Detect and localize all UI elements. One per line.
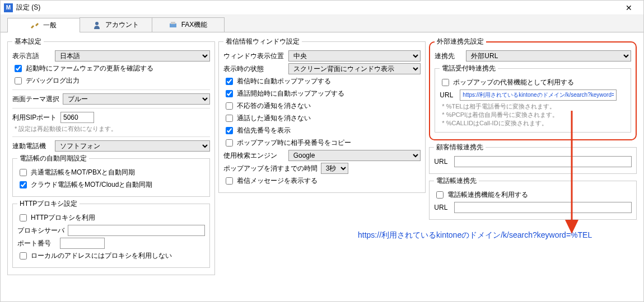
show-msg-checkbox[interactable] [226,177,233,185]
svg-rect-1 [170,23,176,27]
show-dialed-checkbox[interactable] [226,127,233,134]
keep-noanswer-label: 不応答の通知を消さない [237,101,311,111]
proxy-port-input[interactable] [60,238,105,249]
search-select[interactable]: Google [288,150,421,161]
dest-label: 連携先 [435,51,463,61]
dest-select[interactable]: 外部URL [466,50,631,62]
popup-alt-label: ポップアップの代替機能として利用する [453,78,574,87]
theme-select[interactable]: ブルー [63,93,210,105]
proxy-group: HTTPプロキシ設定 HTTPプロキシを利用 プロキシサーバ ポート番号 [12,199,210,268]
proxy-nolocal-label: ローカルのアドレスにはプロキシを利用しない [31,251,172,261]
hint-tel: * %TELは相手電話番号に変換されます。 [442,102,626,111]
proxy-use-checkbox[interactable] [20,214,27,221]
sip-input[interactable] [60,112,94,123]
autopopup-incoming-checkbox[interactable] [226,78,233,85]
tab-account[interactable]: アカウント [80,17,152,32]
tab-label: FAX機能 [181,20,208,30]
window-title: 設定 (S) [16,3,618,12]
url-label: URL [434,158,451,166]
incoming-group: 着信情報ウィンドウ設定 ウィンドウ表示位置 中央 表示時の状態 スクリーン背面に… [218,37,426,193]
pos-label: ウィンドウ表示位置 [223,51,285,61]
hint-pcpi: * %PCPIは着信自局番号に変換されます。 [442,111,626,119]
tel-url-input[interactable] [460,89,617,101]
show-msg-label: 着信メッセージを表示する [237,176,318,186]
autosync-group: 電話帳の自動同期設定 共通電話帳をMOT/PBXと自動同期 クラウド電話帳をMO… [12,154,210,197]
proxy-port-label: ポート番号 [17,239,57,248]
book-url-input[interactable] [454,202,632,213]
theme-label: 画面テーマ選択 [12,95,59,104]
user-icon [93,21,101,29]
proxy-server-input[interactable] [68,225,205,236]
proxy-use-label: HTTPプロキシを利用 [31,213,95,223]
debuglog-label: デバッグログ出力 [26,76,80,86]
group-legend: 電話帳連携先 [434,176,479,186]
tab-label: 一般 [43,21,57,30]
tab-label: アカウント [105,20,139,30]
state-label: 表示時の状態 [223,64,285,74]
content: 基本設定 表示言語 日本語 起動時にファームウェアの更新を確認する デバッグログ… [1,32,643,280]
fax-icon [169,21,177,29]
tab-general[interactable]: 一般 [7,18,80,32]
book-dest-group: 電話帳連携先 電話帳連携機能を利用する URL [429,176,637,220]
keep-noanswer-checkbox[interactable] [226,102,233,110]
lang-select[interactable]: 日本語 [55,50,210,62]
keep-talked-checkbox[interactable] [226,115,233,122]
copy-caller-checkbox[interactable] [226,139,233,147]
group-legend: HTTPプロキシ設定 [17,199,80,209]
customer-dest-group: 顧客情報連携先 URL [429,143,637,174]
basic-settings-group: 基本設定 表示言語 日本語 起動時にファームウェアの更新を確認する デバッグログ… [7,37,215,275]
tab-bar: 一般 アカウント FAX機能 [1,15,643,32]
sync-cloud-label: クラウド電話帳をMOT/Cloudと自動同期 [31,180,152,190]
app-icon: M [4,3,13,12]
pos-select[interactable]: 中央 [288,50,421,62]
keep-talked-label: 通話した通知を消さない [237,114,311,123]
search-label: 使用検索エンジン [223,151,285,161]
sip-label: 利用SIPポート [12,113,57,122]
svg-rect-2 [171,22,175,24]
book-use-checkbox[interactable] [436,191,444,199]
firmware-label: 起動時にファームウェアの更新を確認する [26,64,153,73]
group-legend: 顧客情報連携先 [434,143,486,152]
hint-callid: * %CALLIDはCall-IDに変換されます。 [442,119,626,128]
group-legend: 外部連携先設定 [435,37,486,46]
annotation-url: https://利用されているkintoneのドメイン/k/search?key… [358,230,592,240]
settings-window: M 設定 (S) ✕ 一般 アカウント FAX機能 [0,0,644,302]
phone-label: 連動電話機 [12,141,52,151]
group-legend: 着信情報ウィンドウ設定 [223,37,302,46]
url-label: URL [434,204,451,211]
tel-dest-group: 電話受付時連携先 ポップアップの代替機能として利用する URL * %TELは相… [435,64,631,133]
group-legend: 電話帳の自動同期設定 [17,154,89,163]
svg-point-0 [95,22,99,25]
sync-mot-label: 共通電話帳をMOT/PBXと自動同期 [31,168,135,177]
cust-url-input[interactable] [454,156,632,167]
proxy-server-label: プロキシサーバ [17,226,64,235]
sip-hint: * 設定は再起動後に有効になります。 [15,125,210,133]
tools-icon [31,22,39,30]
sync-cloud-checkbox[interactable] [20,181,27,188]
phone-select[interactable]: ソフトフォン [55,140,210,152]
tab-fax[interactable]: FAX機能 [152,17,225,32]
book-use-label: 電話帳連携機能を利用する [447,190,528,200]
proxy-nolocal-checkbox[interactable] [20,252,27,259]
group-legend: 電話受付時連携先 [440,64,498,73]
url-label: URL [440,91,456,99]
autopopup-call-label: 通話開始時に自動ポップアップする [237,89,344,98]
firmware-checkbox[interactable] [15,65,22,72]
close-icon[interactable]: ✕ [618,3,640,12]
external-link-group: 外部連携先設定 連携先 外部URL 電話受付時連携先 ポップアップの代替機能とし… [429,37,637,140]
titlebar: M 設定 (S) ✕ [1,1,643,15]
popup-time-label: ポップアップを消すまでの時間 [223,164,318,173]
show-dialed-label: 着信先番号を表示 [237,126,291,135]
sync-mot-checkbox[interactable] [20,169,27,176]
popup-time-select[interactable]: 3秒 [321,163,348,174]
state-select[interactable]: スクリーン背面にウィンドウ表示 [288,63,421,74]
autopopup-call-checkbox[interactable] [226,90,233,97]
popup-alt-checkbox[interactable] [442,79,449,86]
debuglog-checkbox[interactable] [15,77,22,84]
lang-label: 表示言語 [12,51,52,61]
copy-caller-label: ポップアップ時に相手発番号をコピー [237,138,351,148]
autopopup-incoming-label: 着信時に自動ポップアップする [237,77,331,86]
group-legend: 基本設定 [12,37,44,46]
